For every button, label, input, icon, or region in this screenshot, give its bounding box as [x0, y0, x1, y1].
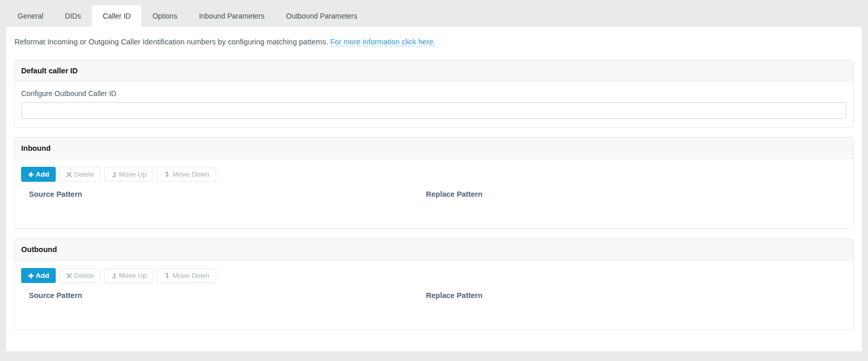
- outbound-move-up-button[interactable]: Move Up: [104, 268, 153, 283]
- tab-options[interactable]: Options: [141, 5, 188, 27]
- inbound-panel: Inbound Add Delete: [14, 137, 854, 229]
- outbound-delete-button[interactable]: Delete: [59, 268, 101, 283]
- level-up-icon: [111, 171, 117, 178]
- x-icon: [66, 171, 72, 178]
- default-caller-id-panel: Default caller ID Configure Outbound Cal…: [14, 60, 854, 128]
- level-down-icon: [164, 171, 170, 178]
- outbound-move-down-button[interactable]: Move Down: [157, 268, 216, 283]
- tab-outbound-parameters[interactable]: Outbound Parameters: [276, 5, 368, 27]
- outbound-panel: Outbound Add Delete: [14, 239, 854, 330]
- outbound-replace-pattern-header: Replace Pattern: [420, 291, 846, 300]
- inbound-replace-pattern-header: Replace Pattern: [420, 190, 846, 198]
- plus-icon: [28, 273, 34, 279]
- inbound-delete-button[interactable]: Delete: [59, 167, 101, 182]
- tab-dids[interactable]: DIDs: [54, 5, 92, 27]
- inbound-pattern-table-header: Source Pattern Replace Pattern: [23, 190, 846, 198]
- tab-caller-id[interactable]: Caller ID: [92, 5, 141, 27]
- inbound-panel-title: Inbound: [15, 138, 853, 159]
- outbound-pattern-table-header: Source Pattern Replace Pattern: [23, 291, 846, 300]
- outbound-caller-id-input[interactable]: [21, 102, 846, 119]
- inbound-source-pattern-header: Source Pattern: [23, 190, 420, 198]
- tab-inbound-parameters[interactable]: Inbound Parameters: [188, 5, 276, 27]
- outbound-panel-body: Add Delete Move Up: [15, 260, 853, 329]
- level-down-icon: [164, 273, 170, 279]
- default-caller-id-panel-body: Configure Outbound Caller ID: [15, 82, 853, 127]
- inbound-add-button[interactable]: Add: [21, 167, 56, 182]
- outbound-add-button[interactable]: Add: [21, 268, 56, 283]
- inbound-panel-body: Add Delete Move Up: [15, 159, 853, 228]
- tab-general[interactable]: General: [7, 5, 54, 27]
- more-info-link[interactable]: For more information click here.: [330, 38, 436, 46]
- intro-description: Reformat Incoming or Outgoing Caller Ide…: [14, 38, 328, 46]
- caller-id-tab-content: Reformat Incoming or Outgoing Caller Ide…: [6, 27, 862, 351]
- outbound-panel-title: Outbound: [15, 239, 853, 260]
- plus-icon: [28, 171, 34, 178]
- inbound-toolbar: Add Delete Move Up: [21, 167, 846, 182]
- outbound-source-pattern-header: Source Pattern: [23, 291, 420, 300]
- inbound-move-down-button[interactable]: Move Down: [157, 167, 216, 182]
- level-up-icon: [111, 273, 117, 279]
- inbound-move-up-button[interactable]: Move Up: [104, 167, 153, 182]
- tab-bar: General DIDs Caller ID Options Inbound P…: [0, 0, 868, 27]
- outbound-toolbar: Add Delete Move Up: [21, 268, 846, 283]
- x-icon: [66, 273, 72, 279]
- default-caller-id-panel-title: Default caller ID: [15, 60, 853, 82]
- intro-text: Reformat Incoming or Outgoing Caller Ide…: [14, 38, 854, 46]
- outbound-caller-id-label: Configure Outbound Caller ID: [21, 89, 846, 98]
